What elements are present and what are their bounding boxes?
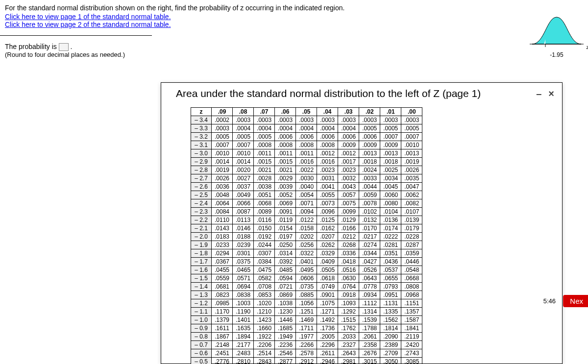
value-cell: .0016: [296, 158, 317, 166]
value-cell: .1539: [359, 316, 380, 324]
value-cell: .2033: [338, 333, 359, 341]
value-cell: .0559: [212, 274, 233, 283]
value-cell: .0436: [380, 258, 401, 266]
value-cell: .0004: [233, 124, 254, 133]
value-cell: .0681: [212, 283, 233, 291]
value-cell: .0003: [401, 116, 422, 124]
value-cell: .0080: [380, 199, 401, 208]
value-cell: .0071: [296, 199, 317, 208]
value-cell: .1469: [296, 316, 317, 324]
value-cell: .0048: [212, 191, 233, 199]
value-cell: .0336: [338, 249, 359, 258]
value-cell: .0250: [275, 241, 296, 249]
value-cell: .0078: [359, 199, 380, 208]
value-cell: .0119: [275, 216, 296, 224]
table-row: – 3.0.0010.0010.0011.0011.0011.0012.0012…: [191, 149, 422, 158]
value-cell: .2776: [212, 358, 233, 364]
table-container: z.09.08.07.06.05.04.03.02.01.00 – 3.4.00…: [161, 102, 562, 364]
value-cell: .0010: [212, 149, 233, 158]
value-cell: .0618: [317, 274, 338, 283]
value-cell: .0537: [380, 266, 401, 274]
table-row: – 2.6.0036.0037.0038.0039.0040.0041.0043…: [191, 183, 422, 191]
value-cell: .0089: [254, 208, 275, 216]
z-cell: – 1.3: [191, 291, 212, 299]
value-cell: .0143: [212, 224, 233, 233]
z-cell: – 2.6: [191, 183, 212, 191]
value-cell: .0029: [275, 174, 296, 183]
value-cell: .0009: [338, 141, 359, 149]
value-cell: .0256: [296, 241, 317, 249]
value-cell: .0934: [359, 291, 380, 299]
table-page2-link[interactable]: Click here to view page 2 of the standar…: [5, 21, 583, 28]
value-cell: .0853: [254, 291, 275, 299]
col-header: .03: [338, 108, 359, 116]
value-cell: .0183: [212, 233, 233, 241]
value-cell: .0026: [401, 166, 422, 174]
minimize-icon[interactable]: –: [536, 89, 541, 98]
value-cell: .2206: [254, 341, 275, 349]
value-cell: .0455: [212, 266, 233, 274]
value-cell: .0041: [317, 183, 338, 191]
value-cell: .0307: [254, 249, 275, 258]
value-cell: .0104: [380, 208, 401, 216]
modal-title: Area under the standard normal distribut…: [176, 88, 481, 99]
value-cell: .0069: [275, 199, 296, 208]
value-cell: .1841: [401, 324, 422, 333]
table-row: – 3.3.0003.0004.0004.0004.0004.0004.0004…: [191, 124, 422, 133]
value-cell: .0091: [275, 208, 296, 216]
close-icon[interactable]: ×: [548, 89, 554, 98]
table-row: – 0.6.2451.2483.2514.2546.2578.2611.2643…: [191, 349, 422, 358]
value-cell: .0005: [212, 133, 233, 141]
value-cell: .0179: [401, 224, 422, 233]
table-row: – 0.5.2776.2810.2843.2877.2912.2946.2981…: [191, 358, 422, 364]
table-row: – 3.2.0005.0005.0005.0006.0006.0006.0006…: [191, 133, 422, 141]
value-cell: .0764: [338, 283, 359, 291]
z-cell: – 0.7: [191, 341, 212, 349]
value-cell: .0418: [338, 258, 359, 266]
table-row: – 1.9.0233.0239.0244.0250.0256.0262.0268…: [191, 241, 422, 249]
value-cell: .3015: [359, 358, 380, 364]
value-cell: .0136: [380, 216, 401, 224]
z-cell: – 2.9: [191, 158, 212, 166]
value-cell: .0007: [233, 141, 254, 149]
value-cell: .0099: [338, 208, 359, 216]
value-cell: .0721: [275, 283, 296, 291]
value-cell: .0392: [275, 258, 296, 266]
table-page1-link[interactable]: Click here to view page 1 of the standar…: [5, 13, 583, 21]
value-cell: .0008: [317, 141, 338, 149]
table-row: – 2.0.0183.0188.0192.0197.0202.0207.0212…: [191, 233, 422, 241]
table-row: – 2.1.0143.0146.0150.0154.0158.0162.0166…: [191, 224, 422, 233]
value-cell: .0019: [401, 158, 422, 166]
value-cell: .0003: [296, 116, 317, 124]
z-header: z: [191, 108, 212, 116]
z-cell: – 0.6: [191, 349, 212, 358]
value-cell: .0217: [359, 233, 380, 241]
value-cell: .0301: [233, 249, 254, 258]
value-cell: .0012: [317, 149, 338, 158]
value-cell: .2483: [233, 349, 254, 358]
table-body: – 3.4.0002.0003.0003.0003.0003.0003.0003…: [191, 116, 422, 364]
value-cell: .0006: [296, 133, 317, 141]
value-cell: .0475: [254, 266, 275, 274]
value-cell: .0024: [359, 166, 380, 174]
value-cell: .0006: [338, 133, 359, 141]
answer-input[interactable]: [59, 43, 69, 51]
value-cell: .1711: [296, 324, 317, 333]
value-cell: .0004: [317, 124, 338, 133]
value-cell: .0006: [317, 133, 338, 141]
value-cell: .0274: [359, 241, 380, 249]
value-cell: .2296: [317, 341, 338, 349]
value-cell: .0034: [380, 174, 401, 183]
value-cell: .0823: [212, 291, 233, 299]
value-cell: .0018: [359, 158, 380, 166]
value-cell: .0047: [401, 183, 422, 191]
value-cell: .1762: [338, 324, 359, 333]
next-button[interactable]: Nex: [563, 295, 588, 307]
value-cell: .0329: [317, 249, 338, 258]
value-cell: .0013: [380, 149, 401, 158]
value-cell: .1446: [275, 316, 296, 324]
table-row: – 0.9.1611.1635.1660.1685.1711.1736.1762…: [191, 324, 422, 333]
value-cell: .1190: [233, 308, 254, 316]
z-cell: – 1.2: [191, 299, 212, 308]
value-cell: .0019: [212, 166, 233, 174]
